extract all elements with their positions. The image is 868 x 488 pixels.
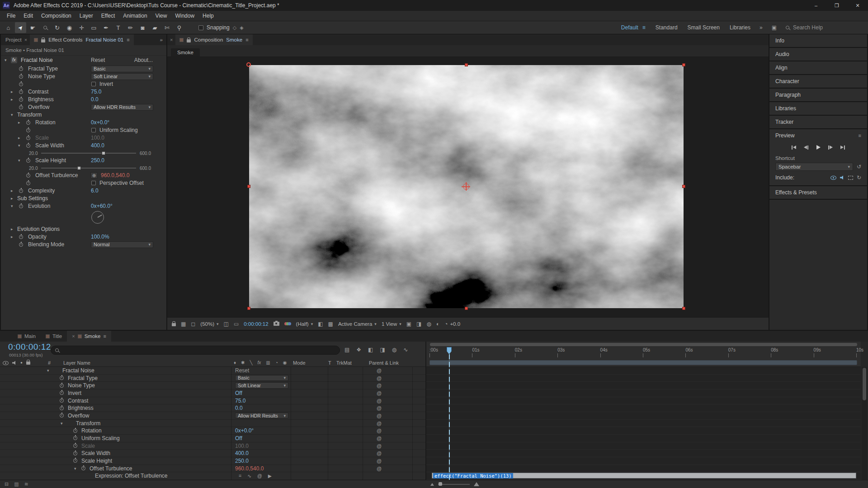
property-checkbox[interactable]	[91, 181, 96, 185]
tab-project[interactable]: Project	[1, 37, 22, 42]
row-left[interactable]: Contrast 75.0 75.0▾ @	[0, 397, 425, 405]
pickwhip-icon[interactable]: @	[377, 382, 382, 389]
twirl-icon[interactable]	[11, 233, 15, 241]
timeline-lane[interactable]	[426, 427, 861, 435]
effect-property-row[interactable]: Blending Mode ⊕ Normal Normal▾	[1, 241, 166, 249]
property-label[interactable]: Noise Type	[68, 382, 95, 389]
collapsed-panel-header[interactable]: Audio	[769, 48, 867, 61]
reset-preview-icon[interactable]: ↺	[857, 164, 861, 170]
effect-property-row[interactable]: Overflow ⊕ Allow HDR Results Allow HDR R…	[1, 103, 166, 111]
show-channel-icon[interactable]	[284, 322, 291, 325]
timeline-search[interactable]	[51, 346, 340, 355]
twirl-icon[interactable]	[11, 195, 15, 202]
slider-track[interactable]	[41, 168, 136, 169]
twirl-icon[interactable]	[18, 142, 23, 150]
row-left[interactable]: Offset Turbulence 960.0,540.0 960.0,540.…	[0, 465, 425, 473]
property-label[interactable]: Transform	[76, 420, 100, 427]
minimize-button[interactable]: –	[806, 0, 826, 11]
menu-item[interactable]: Composition	[37, 11, 75, 21]
close-icon[interactable]: ×	[170, 37, 173, 42]
property-dropdown[interactable]: Basic▾	[235, 375, 288, 381]
stopwatch-icon[interactable]	[19, 105, 23, 109]
timeline-lane[interactable]	[426, 450, 861, 457]
draft-3d-icon[interactable]: ◧	[368, 347, 373, 353]
live-update-icon[interactable]: ❖	[356, 347, 361, 353]
effect-property-row[interactable]: Transform ⊕ ▾	[1, 111, 166, 119]
last-frame-button[interactable]	[838, 144, 847, 151]
timeline-tab[interactable]: × Smoke ≡	[67, 331, 111, 342]
pickwhip-icon[interactable]: @	[377, 465, 382, 472]
fast-previews-icon[interactable]: ▣	[406, 321, 411, 327]
toggle-mask-icon[interactable]: ◻	[191, 321, 195, 327]
overlays-include-icon[interactable]	[848, 176, 853, 180]
timeline-property-row[interactable]: Fractal Noise Reset Reset▾ @	[0, 367, 868, 375]
twirl-icon[interactable]	[11, 225, 15, 233]
pickwhip-icon[interactable]: @	[377, 457, 382, 465]
timeline-property-row[interactable]: Scale Height 250.0 250.0▾ @	[0, 457, 868, 465]
audio-include-icon[interactable]	[840, 175, 844, 180]
expression-row[interactable]: Expression: Offset Turbulence = ∿ @ ▶ ef…	[0, 472, 868, 480]
effect-property-row[interactable]: ⊕ ▾ 20.0600.0	[1, 164, 166, 172]
effect-property-row[interactable]: Evolution Options ⊕ ▾	[1, 225, 166, 233]
property-value[interactable]: Off	[235, 435, 242, 442]
property-dropdown[interactable]: Normal▾	[91, 241, 153, 248]
stopwatch-icon[interactable]	[19, 243, 23, 247]
timeline-lane[interactable]	[426, 404, 861, 412]
effect-property-row[interactable]: Uniform Scaling ⊕ ▾	[1, 127, 166, 134]
resolution-menu[interactable]: (Half)▾	[296, 321, 313, 327]
expression-language-menu-icon[interactable]: ▶	[268, 472, 272, 479]
effect-property-row[interactable]: Offset Turbulence ⊕ 960.0,540.0 960.0,54…	[1, 172, 166, 179]
collapsed-panel-header[interactable]: Info	[769, 34, 867, 47]
menu-item[interactable]: Layer	[75, 11, 97, 21]
exposure-control[interactable]: ◔+0.0	[444, 321, 460, 327]
stopwatch-icon[interactable]	[26, 181, 30, 185]
panel-divider[interactable]	[425, 342, 426, 480]
pixel-aspect-icon[interactable]: ▩	[328, 321, 333, 327]
pickwhip-icon[interactable]: @	[377, 397, 382, 404]
timeline-lane[interactable]	[426, 420, 861, 427]
collapsed-panel-header[interactable]: Character	[769, 75, 867, 88]
twirl-icon[interactable]	[47, 367, 52, 374]
title-action-safe-icon[interactable]: ▭	[234, 321, 239, 327]
layer-handle-bottomleft[interactable]	[247, 307, 250, 310]
collapsed-panel-header[interactable]: Align	[769, 61, 867, 74]
pickwhip-icon[interactable]: @	[377, 427, 382, 434]
timeline-property-row[interactable]: Uniform Scaling Off Off▾ @	[0, 435, 868, 442]
timeline-lane[interactable]	[426, 442, 861, 450]
property-label[interactable]: Invert	[68, 389, 81, 397]
timeline-lane[interactable]	[426, 465, 861, 473]
menu-item[interactable]: File	[3, 11, 19, 21]
layer-handle-topright[interactable]	[682, 63, 685, 66]
property-value[interactable]: 75.0	[91, 88, 101, 96]
property-checkbox[interactable]	[91, 128, 96, 132]
timeline-property-row[interactable]: Offset Turbulence 960.0,540.0 960.0,540.…	[0, 465, 868, 473]
property-value[interactable]: 0.0	[235, 404, 243, 412]
column-hash[interactable]: #	[48, 359, 51, 367]
snapshot-icon[interactable]	[274, 322, 279, 326]
pickwhip-icon[interactable]: @	[377, 404, 382, 412]
stopwatch-icon[interactable]	[81, 466, 85, 470]
stopwatch-icon[interactable]	[19, 90, 23, 94]
row-left[interactable]: Scale 100.0 100.0▾ @	[0, 442, 425, 450]
property-value[interactable]: 400.0	[235, 450, 249, 457]
twirl-icon[interactable]	[11, 111, 15, 119]
property-label[interactable]: Rotation	[81, 427, 102, 434]
in-out-pane-icon[interactable]: ⊟	[5, 481, 9, 487]
property-value[interactable]: 6.0	[91, 187, 99, 195]
property-value[interactable]: 0x+0.0°	[91, 119, 109, 127]
row-left[interactable]: Noise Type Soft Linear Soft Linear▾ @	[0, 382, 425, 389]
snap-beyond-range-icon[interactable]: ◈	[240, 25, 243, 31]
timeline-property-row[interactable]: Scale Width 400.0 400.0▾ @	[0, 450, 868, 457]
hand-tool[interactable]: ☛	[27, 22, 38, 33]
property-dropdown[interactable]: Basic▾	[91, 66, 153, 72]
effect-property-row[interactable]: Fractal Type ⊕ Basic Basic▾	[1, 65, 166, 73]
timeline-lane[interactable]	[426, 367, 861, 375]
home-icon[interactable]: ⌂	[3, 22, 14, 33]
effect-property-row[interactable]: Invert ⊕ ▾	[1, 80, 166, 88]
preview-panel-header[interactable]: Preview ≡	[769, 129, 867, 142]
effect-property-row[interactable]: Sub Settings ⊕ ▾	[1, 195, 166, 202]
view-layout-menu[interactable]: 1 View▾	[382, 321, 401, 327]
collapsed-panel-header[interactable]: Tracker	[769, 116, 867, 128]
stopwatch-icon[interactable]	[19, 75, 23, 79]
workspace-tab[interactable]: Small Screen	[688, 24, 720, 31]
